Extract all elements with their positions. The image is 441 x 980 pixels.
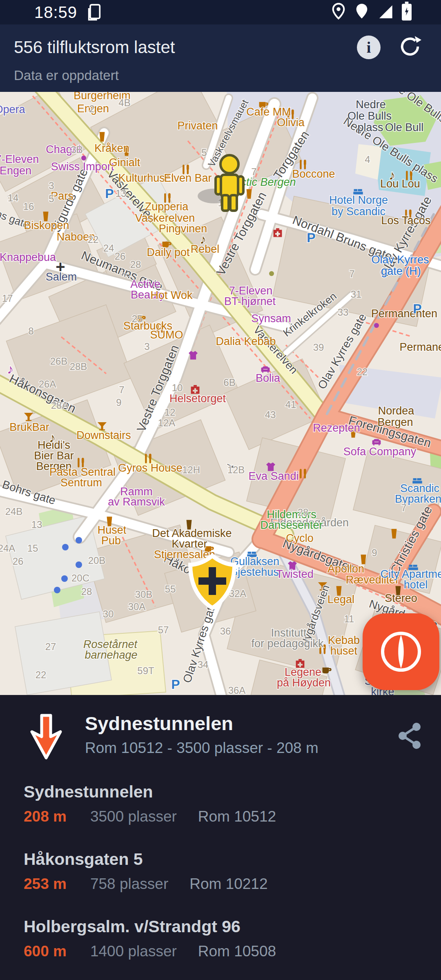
poi-label: av Ramsvik <box>108 496 165 508</box>
shelter-list: Sydnestunnelen 208 m 3500 plasser Rom 10… <box>0 760 441 960</box>
compass-icon <box>379 629 423 674</box>
page-title: 556 tilfluktsrom lastet <box>14 38 175 57</box>
poi-label: Daily pot <box>147 246 190 258</box>
poi-label: Gjestehus <box>229 566 279 578</box>
refresh-icon[interactable] <box>399 35 421 60</box>
shelter-room: Rom 10212 <box>189 875 267 893</box>
house-number: 28 <box>298 507 309 518</box>
poi-label: plass <box>357 121 383 134</box>
poi-label: 7-Eleven <box>0 153 39 165</box>
fountain-icon <box>54 587 60 593</box>
poi-label: Sentrum <box>60 477 102 489</box>
poi-label: huset <box>330 645 358 657</box>
house-number: 31 <box>351 289 362 300</box>
house-number: 28 <box>130 259 141 270</box>
fountain-icon <box>62 544 69 550</box>
poi-label: Downstairs <box>76 429 131 441</box>
cross-icon: + <box>56 258 65 276</box>
poi-label: Hotel Norge <box>329 194 388 206</box>
house-number: 10 <box>172 382 183 393</box>
poi-label: Sofa Company <box>343 445 416 458</box>
selected-shelter-header[interactable]: Sydnestunnelen Rom 10512 - 3500 plasser … <box>0 695 441 760</box>
house-number: 4 <box>365 154 370 165</box>
house-number: 24B <box>5 506 23 517</box>
house-number: 26B <box>50 356 68 367</box>
poi-label: BrukBar <box>9 421 49 433</box>
shelter-capacity: 758 plasser <box>90 875 168 893</box>
location-active-icon <box>354 2 370 22</box>
shelter-list-item[interactable]: Sydnestunnelen 208 m 3500 plasser Rom 10… <box>24 782 422 825</box>
house-number: 26A <box>39 379 56 390</box>
compass-fab[interactable] <box>363 613 439 690</box>
poi-label: Synsam <box>251 312 291 325</box>
map-container: VaskerelvenVaskerelvenSigurds gateNeuman… <box>0 92 441 695</box>
dot-icon <box>374 323 379 328</box>
poi-label: Boccone <box>292 168 335 180</box>
house-number: 28A <box>51 400 69 411</box>
poi-label: Apollon <box>327 563 364 575</box>
poi-label: Twisted <box>276 568 314 580</box>
selected-shelter-details: Rom 10512 - 3500 plasser - 208 m <box>85 739 397 757</box>
house-number: 43 <box>265 409 276 420</box>
house-number: 7 <box>349 268 354 279</box>
poi-label: hotel <box>404 579 428 591</box>
house-number: 17 <box>2 293 13 304</box>
house-number: 30B <box>135 589 153 600</box>
info-icon[interactable]: i <box>357 36 381 59</box>
house-number: 24A <box>0 543 15 554</box>
poi-label: Eva Sandi <box>248 470 298 482</box>
dot-icon <box>81 156 86 160</box>
house-number: 24 <box>103 243 114 254</box>
status-time: 18:59 <box>34 3 77 22</box>
house-number: 7 <box>401 502 406 513</box>
share-icon[interactable] <box>397 722 422 751</box>
shelter-room: Rom 10508 <box>198 943 276 960</box>
house-number: 36A <box>228 685 246 695</box>
house-number: 25 <box>132 313 143 324</box>
poi-label: Pub <box>101 535 121 547</box>
fountain-icon <box>76 537 82 543</box>
house-number: 30A <box>128 601 146 612</box>
house-number: 14 <box>8 192 19 203</box>
house-number: 41 <box>285 399 296 410</box>
shelter-capacity: 1400 plasser <box>90 943 177 960</box>
shelter-list-item[interactable]: Holbergsalm. v/Strandgt 96 600 m 1400 pl… <box>24 917 422 960</box>
house-number: 55 <box>165 584 176 595</box>
poi-label: Legal <box>327 593 354 606</box>
poi-label: Helsetorget <box>169 392 226 405</box>
house-number: 2 <box>89 103 94 114</box>
house-number: 8 <box>28 325 33 336</box>
house-number: 28B <box>70 361 87 372</box>
house-number: 59T <box>137 665 154 676</box>
poi-label: Dalia Kebab <box>216 335 276 347</box>
house-number: 6B <box>223 377 235 388</box>
P-icon: P <box>307 230 315 245</box>
map-canvas[interactable]: VaskerelvenVaskerelvenSigurds gateNeuman… <box>0 92 441 695</box>
house-number: 32A <box>229 588 247 599</box>
status-bar: 18:59 <box>0 0 441 24</box>
poi-label: Dansesenter <box>260 519 323 531</box>
house-number: 28 <box>81 586 92 597</box>
poi-label: Olivia <box>277 116 305 129</box>
poi-label: Ginialt <box>109 156 140 169</box>
poi-label: gate (H) <box>381 265 421 277</box>
house-number: 30 <box>103 608 114 619</box>
house-number: 9 <box>372 547 377 558</box>
shelter-capacity: 3500 plasser <box>90 808 177 825</box>
house-number: 22 <box>88 234 99 245</box>
phone-screen: 18:59 556 tilfluktsrom lastet i <box>0 0 441 980</box>
poi-label: Cyclo <box>286 532 314 544</box>
house-number: 26 <box>13 556 24 567</box>
house-number: 5 <box>49 193 54 204</box>
shelter-distance: 208 m <box>24 808 67 825</box>
house-number: 4B <box>118 97 130 108</box>
house-number: 7 <box>119 384 124 395</box>
shelter-distance: 253 m <box>24 875 67 893</box>
house-number: 13 <box>116 188 127 199</box>
location-pin-icon <box>331 2 346 22</box>
shelter-name: Håkonsgaten 5 <box>24 850 422 869</box>
poi-label: Lou Lou <box>380 178 420 190</box>
shelter-list-item[interactable]: Håkonsgaten 5 253 m 758 plasser Rom 1021… <box>24 850 422 893</box>
shelter-distance: 600 m <box>24 943 67 960</box>
house-number: 57 <box>158 624 169 635</box>
